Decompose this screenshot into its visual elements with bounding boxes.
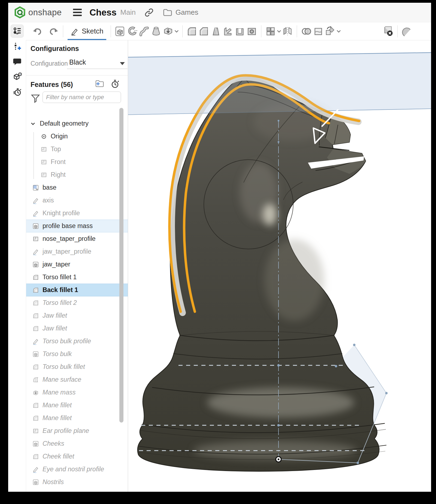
feature-row[interactable]: jaw_taper [26, 258, 128, 271]
onshape-logo-icon[interactable] [14, 6, 26, 19]
redo-button[interactable] [48, 25, 60, 38]
feature-row[interactable]: base [26, 181, 128, 194]
feature-row[interactable]: profile base mass [26, 220, 128, 232]
sketch-icon [32, 466, 40, 473]
draft-tool-icon[interactable] [210, 25, 222, 38]
feature-label: Top [51, 145, 61, 153]
fillet-icon [32, 453, 40, 460]
feature-row[interactable]: Cheek fillet [26, 450, 128, 463]
panel-scrollbar[interactable] [119, 108, 123, 423]
feature-tree: Default geometryOriginTopFrontRightbasea… [26, 40, 128, 492]
fillet-icon [32, 312, 40, 319]
feature-group-row[interactable]: Default geometry [26, 117, 128, 130]
feature-row[interactable]: Mane mass [26, 386, 128, 399]
feature-label: jaw_taper_profile [43, 248, 91, 255]
folder-name[interactable]: Games [175, 8, 198, 17]
feature-label: Mane surface [43, 376, 81, 383]
revolve-tool-icon[interactable] [126, 25, 138, 38]
feature-row[interactable]: Ear profile plane [26, 424, 128, 437]
feature-row[interactable]: Cheeks [26, 437, 128, 450]
feature-row[interactable]: Nostrils [26, 476, 128, 488]
hole-tool-icon[interactable] [246, 25, 258, 38]
feature-row[interactable]: Torso bulk profile [26, 335, 128, 348]
sketch-button[interactable]: Sketch [66, 23, 107, 40]
fillet-icon [32, 415, 40, 422]
feature-label: Origin [51, 133, 68, 140]
help-cube-icon[interactable]: ? [11, 70, 24, 83]
feature-row[interactable]: Torso bulk [26, 348, 128, 360]
feature-row[interactable]: Knight profile [26, 207, 128, 220]
folder-icon[interactable] [162, 7, 173, 18]
feature-label: Jaw fillet [43, 325, 67, 332]
feature-label: Right [51, 171, 66, 178]
feature-row[interactable]: Eye and nostril profile [26, 463, 128, 476]
svg-text:?: ? [19, 73, 21, 76]
pencil-icon [70, 27, 79, 36]
feature-row[interactable]: Torso fillet 1 [26, 271, 128, 284]
feature-label: Torso fillet 2 [43, 299, 77, 306]
thicken-icon [32, 389, 40, 396]
partial-tool-icon[interactable] [401, 25, 413, 38]
history-icon[interactable] [11, 86, 24, 99]
feature-label: Nostrils [43, 478, 64, 486]
document-title[interactable]: Chess [89, 7, 116, 18]
feature-list-icon[interactable] [11, 25, 24, 38]
fillet-tool-icon[interactable] [186, 25, 198, 38]
screen: { "header": { "brand": "onshape", "doc_t… [0, 0, 436, 504]
feature-row[interactable]: Torso fillet 2 [26, 296, 128, 309]
chevron-down-icon[interactable] [336, 25, 341, 38]
boolean-tool-icon[interactable] [300, 25, 312, 38]
feature-row[interactable]: Eyes [26, 488, 128, 492]
toolbar-divider [182, 25, 183, 37]
extrude-icon [32, 223, 40, 230]
feature-label: Torso bulk fillet [43, 363, 85, 371]
feature-row[interactable]: Jaw fillet [26, 309, 128, 322]
loft-tool-icon[interactable] [150, 25, 162, 38]
undo-button[interactable] [31, 25, 43, 38]
comment-icon[interactable] [11, 55, 24, 68]
main-menu-icon[interactable] [73, 9, 82, 16]
feature-row[interactable]: Front [26, 156, 128, 168]
feature-row[interactable]: nose_taper_profile [26, 232, 128, 245]
share-link-icon[interactable] [144, 7, 154, 18]
thicken-tool-icon[interactable] [162, 25, 174, 38]
sweep-tool-icon[interactable] [138, 25, 150, 38]
toolbar-divider [297, 25, 297, 37]
chevron-down-icon[interactable] [174, 25, 179, 38]
feature-row[interactable]: jaw_taper_profile [26, 245, 128, 258]
model-scene [128, 40, 431, 492]
knight-model[interactable] [138, 75, 386, 471]
workspace-name[interactable]: Main [120, 8, 136, 17]
chevron-down-icon[interactable] [277, 25, 281, 38]
shell-tool-icon[interactable] [234, 25, 246, 38]
extrude-tool-icon[interactable] [114, 25, 126, 38]
left-icon-rail: ? [8, 22, 26, 492]
toolbar-divider [397, 25, 398, 37]
feature-row[interactable]: Torso bulk fillet [26, 360, 128, 373]
feature-row[interactable]: Mane fillet [26, 399, 128, 412]
feature-row[interactable]: Jaw fillet [26, 322, 128, 335]
sketch-icon [32, 197, 40, 204]
chamfer-tool-icon[interactable] [198, 25, 210, 38]
feature-label: Torso fillet 1 [43, 274, 77, 281]
feature-row[interactable]: Mane fillet [26, 412, 128, 424]
derived-icon [32, 184, 40, 191]
mirror-tool-icon[interactable] [281, 25, 293, 38]
feature-label: axis [43, 197, 54, 204]
feature-row[interactable]: Top [26, 143, 128, 156]
split-tool-icon[interactable] [312, 25, 324, 38]
delete-part-tool-icon[interactable] [382, 25, 394, 38]
feature-row[interactable]: Origin [26, 130, 128, 143]
transform-tool-icon[interactable] [324, 25, 336, 38]
pattern-tool-icon[interactable] [265, 25, 277, 38]
feature-row[interactable]: axis [26, 194, 128, 207]
rib-tool-icon[interactable] [222, 25, 234, 38]
feature-row[interactable]: Right [26, 168, 128, 181]
graphics-viewport[interactable] [128, 40, 431, 492]
feature-row[interactable]: Mane surface [26, 373, 128, 386]
insert-version-icon[interactable] [11, 40, 24, 53]
brand-wordmark: onshape [28, 8, 62, 17]
feature-row[interactable]: Back fillet 1 [26, 284, 128, 296]
sketch-icon [32, 248, 40, 255]
extrude-icon [32, 479, 40, 486]
